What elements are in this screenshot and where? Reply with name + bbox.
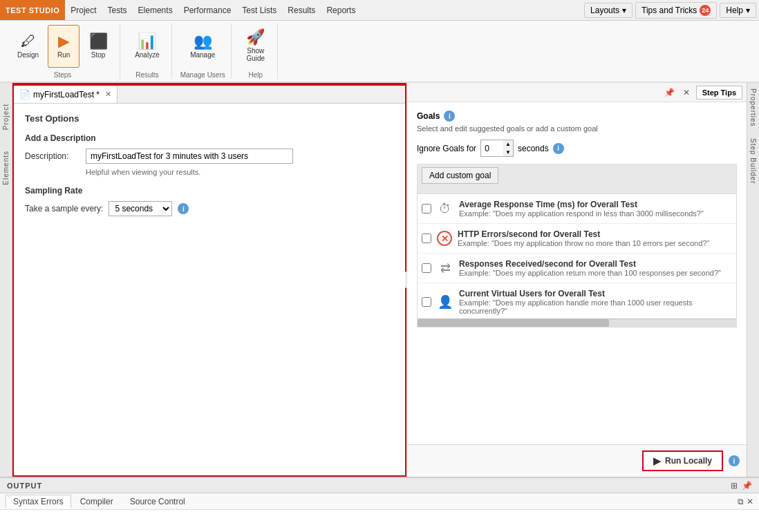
output-title: OUTPUT — [7, 482, 42, 490]
ribbon: 🖊 Design ▶ Run ⬛ Stop Steps 📊 Analyze Re… — [0, 21, 759, 83]
seconds-info-icon[interactable]: i — [553, 143, 564, 154]
add-custom-goal-button[interactable]: Add custom goal — [422, 167, 498, 184]
menu-performance[interactable]: Performance — [178, 0, 237, 20]
output-copy-icon[interactable]: ⧉ — [738, 497, 744, 506]
ignore-number-input[interactable]: ▲ ▼ — [480, 140, 514, 157]
step-tips-button[interactable]: Step Tips — [696, 86, 742, 99]
steps-group-label: Steps — [54, 71, 72, 79]
test-options-title: Test Options — [25, 113, 394, 124]
goal-text-http-errors: HTTP Errors/second for Overall Test Exam… — [458, 229, 732, 247]
goal-example-responses: Example: "Does my application return mor… — [459, 269, 732, 277]
design-icon: 🖊 — [21, 34, 36, 49]
help-label: Help — [726, 6, 743, 15]
stop-button[interactable]: ⬛ Stop — [82, 25, 114, 68]
manage-button[interactable]: 👥 Manage — [184, 25, 221, 68]
show-guide-button[interactable]: 🚀 ShowGuide — [240, 25, 272, 68]
description-input[interactable] — [86, 149, 293, 164]
seconds-label: seconds — [518, 144, 549, 153]
ignore-spin-up[interactable]: ▲ — [503, 140, 513, 149]
goals-scrollbar[interactable] — [418, 319, 736, 327]
ribbon-group-steps: 🖊 Design ▶ Run ⬛ Stop Steps — [6, 23, 120, 79]
ribbon-group-manage: 👥 Manage Manage Users — [175, 23, 232, 79]
clock-icon: ⏱ — [437, 202, 453, 216]
run-button[interactable]: ▶ Run — [48, 25, 79, 68]
right-panel: 📌 ✕ Step Tips Goals i Select and edit su… — [406, 83, 747, 477]
right-panel-header: 📌 ✕ Step Tips — [407, 83, 747, 102]
project-label[interactable]: Project — [2, 104, 10, 130]
analyze-icon: 📊 — [138, 34, 156, 49]
content-area: 📄 myFirstLoadTest * ✕ Test Options Add a… — [12, 83, 759, 477]
help-button[interactable]: Help ▾ — [720, 3, 756, 18]
step-builder-sidebar-label[interactable]: Step Builder — [747, 133, 759, 189]
properties-sidebar-label[interactable]: Properties — [747, 83, 759, 133]
analyze-button[interactable]: 📊 Analyze — [129, 25, 166, 68]
output-tab-syntax[interactable]: Syntax Errors — [6, 495, 71, 509]
run-locally-play-icon: ▶ — [653, 455, 661, 466]
description-row: Description: — [25, 149, 394, 164]
layouts-chevron-icon: ▾ — [622, 6, 626, 15]
left-panel-content: Test Options Add a Description Descripti… — [14, 104, 405, 475]
help-group-label: Help — [248, 71, 263, 79]
output-header: OUTPUT ⊞ 📌 — [0, 478, 759, 493]
goals-header: Goals i — [417, 111, 737, 122]
panel-close-icon[interactable]: ✕ — [681, 87, 692, 98]
output-tab-sourcecontrol[interactable]: Source Control — [122, 495, 193, 509]
run-locally-info-icon[interactable]: i — [729, 455, 740, 466]
output-pin-icon[interactable]: 📌 — [742, 481, 752, 491]
file-tab-close-button[interactable]: ✕ — [105, 90, 111, 99]
user-icon: 👤 — [437, 294, 453, 310]
goals-title: Goals — [417, 111, 440, 121]
manage-group-label: Manage Users — [180, 71, 225, 79]
layouts-button[interactable]: Layouts ▾ — [584, 3, 632, 18]
manage-label: Manage — [190, 51, 215, 59]
ignore-spin-down[interactable]: ▼ — [503, 149, 513, 157]
description-label: Description: — [25, 151, 80, 161]
goal-checkbox-virtual-users[interactable] — [422, 297, 431, 307]
goal-item-virtual-users: 👤 Current Virtual Users for Overall Test… — [418, 283, 736, 319]
sampling-section-title: Sampling Rate — [25, 186, 394, 196]
left-panel: 📄 myFirstLoadTest * ✕ Test Options Add a… — [12, 83, 406, 477]
error-icon: ✕ — [437, 231, 452, 246]
show-guide-icon: 🚀 — [246, 30, 265, 45]
goal-checkbox-avg-response[interactable] — [422, 204, 431, 213]
goal-item-http-errors: ✕ HTTP Errors/second for Overall Test Ex… — [418, 224, 736, 254]
left-sidebar: Project Elements — [0, 83, 12, 477]
menu-tests[interactable]: Tests — [102, 0, 133, 20]
scrollbar-thumb — [418, 319, 609, 327]
menu-elements[interactable]: Elements — [133, 0, 178, 20]
goal-example-http-errors: Example: "Does my application throw no m… — [458, 239, 732, 247]
menu-project[interactable]: Project — [65, 0, 102, 20]
steps-buttons: 🖊 Design ▶ Run ⬛ Stop — [11, 23, 114, 68]
goal-item-avg-response: ⏱ Average Response Time (ms) for Overall… — [418, 194, 736, 224]
goal-checkbox-http-errors[interactable] — [422, 234, 431, 243]
output-tab-controls: ⧉ ✕ — [738, 497, 753, 506]
sampling-select[interactable]: 5 seconds 10 seconds 30 seconds 1 minute — [109, 201, 172, 216]
run-locally-area: ▶ Run Locally i — [407, 444, 747, 477]
design-button[interactable]: 🖊 Design — [11, 25, 45, 68]
sampling-info-icon[interactable]: i — [178, 203, 189, 214]
layouts-label: Layouts — [590, 6, 619, 15]
design-label: Design — [17, 51, 39, 59]
help-chevron-icon: ▾ — [746, 6, 750, 15]
stop-icon: ⬛ — [89, 34, 108, 49]
output-close-icon[interactable]: ✕ — [747, 497, 753, 506]
goal-checkbox-responses[interactable] — [422, 263, 431, 273]
output-tab-compiler[interactable]: Compiler — [73, 495, 121, 509]
topbar: TEST STUDIO Project Tests Elements Perfo… — [0, 0, 759, 21]
transfer-icon: ⇄ — [437, 260, 453, 276]
menu-reports[interactable]: Reports — [321, 0, 361, 20]
file-tab-mytest[interactable]: 📄 myFirstLoadTest * ✕ — [14, 86, 118, 103]
output-tabs: Syntax Errors Compiler Source Control ⧉ … — [0, 493, 759, 510]
ignore-value-input[interactable] — [481, 142, 503, 155]
panel-pin-icon[interactable]: 📌 — [662, 87, 677, 98]
sampling-row: Take a sample every: 5 seconds 10 second… — [25, 201, 394, 216]
menu-testlists[interactable]: Test Lists — [236, 0, 282, 20]
top-right-controls: Layouts ▾ Tips and Tricks 24 Help ▾ — [584, 2, 759, 19]
menu-results[interactable]: Results — [282, 0, 321, 20]
run-locally-button[interactable]: ▶ Run Locally — [642, 450, 723, 471]
goals-info-icon[interactable]: i — [444, 111, 455, 122]
tips-button[interactable]: Tips and Tricks 24 — [635, 2, 717, 19]
elements-label[interactable]: Elements — [2, 151, 10, 185]
ribbon-group-help: 🚀 ShowGuide Help — [234, 23, 278, 79]
output-expand-icon[interactable]: ⊞ — [731, 481, 738, 491]
